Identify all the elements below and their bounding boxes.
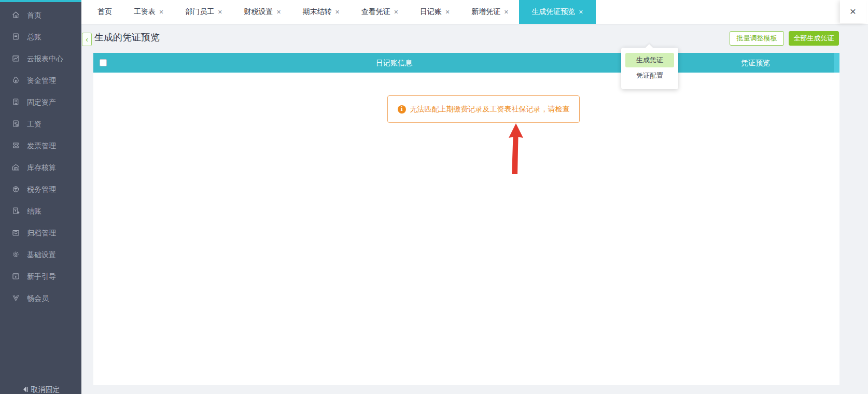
tax-icon (11, 185, 20, 195)
sidebar-unpin-button[interactable]: 取消固定 (0, 384, 81, 394)
tab-label: 工资表 (134, 7, 156, 17)
tab-new-voucher[interactable]: 新增凭证 × (460, 0, 519, 24)
sidebar-item-fixed-assets[interactable]: 固定资产 (0, 92, 81, 114)
sidebar-item-label: 固定资产 (27, 98, 56, 107)
info-icon: i (398, 105, 406, 114)
guide-icon (11, 272, 20, 282)
sidebar-item-label: 工资 (27, 120, 41, 129)
table-header-row: 日记账信息 凭证预览 (93, 53, 839, 73)
sidebar-item-label: 畅会员 (27, 294, 49, 303)
sidebar-item-invoice-management[interactable]: 发票管理 (0, 135, 81, 157)
sidebar-unpin-label: 取消固定 (31, 385, 60, 394)
chevron-left-icon: ‹ (86, 35, 88, 44)
tab-view-voucher[interactable]: 查看凭证 × (351, 0, 409, 24)
sidebar-menu: 首页 总账 云报表中心 资金管理 固定资产 工资 (0, 2, 81, 309)
column-header-journal-info: 日记账信息 (376, 53, 412, 73)
sidebar-item-inventory-accounting[interactable]: 库存核算 (0, 157, 81, 179)
sidebar-item-general-ledger[interactable]: 总账 (0, 26, 81, 48)
back-button[interactable]: ‹ (82, 33, 92, 46)
generate-all-vouchers-button[interactable]: 全部生成凭证 (789, 31, 839, 46)
sidebar-item-label: 归档管理 (27, 229, 56, 238)
sidebar: 首页 总账 云报表中心 资金管理 固定资产 工资 (0, 0, 81, 394)
close-tab-icon[interactable]: × (445, 8, 450, 16)
cloud-report-icon (11, 54, 20, 64)
tab-bar: 首页 工资表 × 部门员工 × 财税设置 × 期末结转 × 查看凭证 × 日记账… (81, 0, 868, 24)
tab-generate-voucher-preview[interactable]: 生成凭证预览 × (519, 0, 595, 24)
sidebar-item-label: 发票管理 (27, 142, 56, 151)
sidebar-item-funds-management[interactable]: 资金管理 (0, 70, 81, 92)
tab-department-staff[interactable]: 部门员工 × (174, 0, 233, 24)
salary-icon (11, 119, 20, 130)
unpin-icon (22, 386, 29, 394)
menu-item-voucher-config[interactable]: 凭证配置 (625, 68, 674, 83)
close-tab-icon[interactable]: × (276, 8, 281, 16)
fixed-assets-icon (11, 97, 20, 108)
dropdown-caret (646, 44, 653, 51)
sidebar-item-cloud-reports[interactable]: 云报表中心 (0, 48, 81, 70)
page-title: 生成的凭证预览 (94, 31, 160, 44)
tab-payroll-sheet[interactable]: 工资表 × (123, 0, 174, 24)
tab-home[interactable]: 首页 (87, 0, 123, 24)
sidebar-item-label: 基础设置 (27, 250, 56, 260)
sidebar-item-member[interactable]: 畅会员 (0, 288, 81, 309)
sidebar-item-basic-settings[interactable]: 基础设置 (0, 244, 81, 266)
close-tab-icon[interactable]: × (159, 8, 163, 16)
red-annotation-arrow (504, 123, 528, 177)
sidebar-item-label: 结账 (27, 207, 41, 216)
sidebar-item-label: 新手引导 (27, 272, 56, 282)
tab-label: 期末结转 (303, 7, 332, 17)
tab-label: 财税设置 (244, 7, 273, 17)
close-tab-icon[interactable]: × (394, 8, 398, 16)
settings-icon (11, 250, 20, 260)
close-tab-icon[interactable]: × (335, 8, 340, 16)
warning-text: 无法匹配上期缴费记录及工资表社保记录，请检查 (410, 105, 570, 114)
sidebar-item-closing[interactable]: 结账 (0, 201, 81, 222)
batch-adjust-template-label: 批量调整模板 (737, 34, 777, 43)
ledger-icon (11, 32, 20, 43)
closing-icon (11, 206, 20, 217)
tab-label: 日记账 (420, 7, 442, 17)
column-header-voucher-preview: 凭证预览 (741, 53, 770, 73)
menu-item-generate-voucher[interactable]: 生成凭证 (625, 53, 674, 67)
tab-label: 部门员工 (185, 7, 214, 17)
archive-icon (11, 228, 20, 238)
inventory-icon (11, 163, 20, 173)
sidebar-item-label: 云报表中心 (27, 54, 63, 64)
tab-label: 生成凭证预览 (531, 7, 575, 17)
tab-label: 查看凭证 (361, 7, 390, 17)
close-window-button[interactable]: × (840, 0, 866, 23)
invoice-icon (11, 141, 20, 151)
app-window: 首页 总账 云报表中心 资金管理 固定资产 工资 (0, 0, 868, 394)
sidebar-item-label: 税务管理 (27, 185, 56, 194)
tab-label: 首页 (97, 7, 112, 17)
tab-period-end-carryover[interactable]: 期末结转 × (292, 0, 351, 24)
member-icon (11, 293, 20, 304)
close-tab-icon[interactable]: × (504, 8, 508, 16)
select-all-checkbox[interactable] (100, 59, 107, 66)
close-icon: × (850, 5, 856, 18)
sidebar-item-label: 库存核算 (27, 163, 56, 173)
sidebar-item-tax-management[interactable]: 税务管理 (0, 179, 81, 201)
sidebar-item-archive-management[interactable]: 归档管理 (0, 222, 81, 244)
voucher-dropdown-menu: 生成凭证 凭证配置 (621, 48, 678, 89)
batch-adjust-template-button[interactable]: 批量调整模板 (730, 31, 784, 46)
funds-icon (11, 76, 20, 86)
generate-all-vouchers-label: 全部生成凭证 (794, 34, 834, 43)
sidebar-item-label: 资金管理 (27, 76, 56, 86)
sidebar-item-home[interactable]: 首页 (0, 5, 81, 26)
tab-tax-settings[interactable]: 财税设置 × (233, 0, 291, 24)
sidebar-item-label: 首页 (27, 11, 41, 20)
tab-label: 新增凭证 (471, 7, 500, 17)
tab-journal[interactable]: 日记账 × (409, 0, 460, 24)
header-scrollbar-strip (834, 53, 839, 73)
close-tab-icon[interactable]: × (218, 8, 222, 16)
warning-message-box: i 无法匹配上期缴费记录及工资表社保记录，请检查 (387, 95, 580, 123)
sidebar-item-label: 总账 (27, 33, 41, 42)
sidebar-item-payroll[interactable]: 工资 (0, 114, 81, 135)
close-tab-icon[interactable]: × (579, 8, 583, 16)
sidebar-item-beginner-guide[interactable]: 新手引导 (0, 266, 81, 288)
home-icon (11, 10, 20, 21)
